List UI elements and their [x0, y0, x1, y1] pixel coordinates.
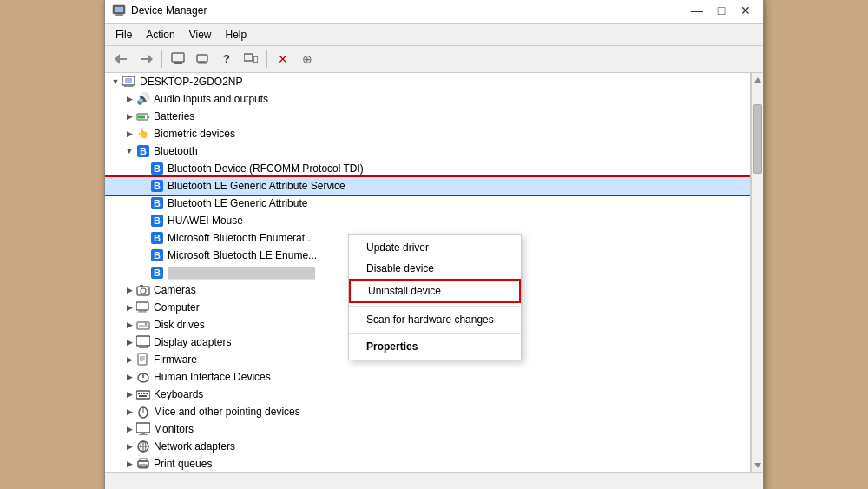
svg-text:B: B [140, 146, 147, 156]
tree-item-bt-le-service[interactable]: ▶ B Bluetooth LE Generic Attribute Servi… [105, 177, 750, 195]
ctx-scan-hardware[interactable]: Scan for hardware changes [349, 309, 521, 330]
tree-item-print[interactable]: ▶ Print queues [105, 455, 750, 472]
display-icon [136, 335, 150, 349]
svg-point-47 [145, 322, 147, 324]
bt-le-service-label: Bluetooth LE Generic Attribute Service [168, 180, 345, 192]
tree-item-bt-rfcomm[interactable]: ▶ B Bluetooth Device (RFCOMM Protocol TD… [105, 160, 750, 177]
print-arrow: ▶ [122, 459, 136, 468]
biometric-arrow: ▶ [122, 129, 136, 138]
tree-item-batteries[interactable]: ▶ Batteries [105, 108, 750, 125]
svg-rect-67 [139, 434, 148, 435]
svg-rect-5 [118, 58, 127, 60]
svg-text:B: B [154, 198, 161, 208]
ctx-properties[interactable]: Properties [349, 336, 521, 357]
menu-action[interactable]: Action [139, 26, 181, 43]
maximize-button[interactable]: □ [711, 2, 732, 19]
menu-help[interactable]: Help [219, 26, 254, 43]
svg-rect-44 [138, 311, 147, 312]
tree-item-keyboards[interactable]: ▶ Keyboards [105, 386, 750, 403]
computer-icon [122, 75, 136, 89]
minimize-button[interactable]: — [687, 2, 707, 19]
svg-text:B: B [154, 268, 161, 278]
devices-button[interactable] [191, 49, 214, 69]
svg-rect-12 [200, 62, 205, 63]
monitors-arrow: ▶ [122, 425, 136, 433]
menu-file[interactable]: File [108, 26, 139, 43]
svg-rect-11 [197, 55, 207, 62]
refresh-button[interactable]: ⊕ [296, 49, 319, 69]
cameras-arrow: ▶ [122, 286, 136, 294]
svg-rect-66 [141, 433, 145, 434]
toolbar-sep-1 [161, 50, 162, 68]
tree-item-bt-le[interactable]: ▶ B Bluetooth LE Generic Attribute [105, 195, 750, 212]
content-area: ▼ DESKTOP-2GDO2NP ▶ 🔊 Audio inputs and o… [105, 73, 763, 472]
svg-rect-10 [174, 63, 182, 64]
svg-rect-58 [138, 393, 140, 394]
svg-text:B: B [154, 233, 161, 243]
svg-rect-21 [148, 116, 149, 118]
mice-arrow: ▶ [122, 407, 136, 416]
svg-rect-13 [198, 63, 207, 63]
toolbar-sep-2 [266, 50, 267, 68]
svg-rect-19 [124, 86, 133, 87]
delete-button[interactable]: ✕ [272, 49, 294, 69]
svg-rect-41 [140, 285, 143, 287]
network-icon [136, 439, 150, 453]
close-button[interactable]: ✕ [735, 2, 756, 19]
show-hide-button[interactable] [167, 49, 189, 69]
mice-icon [136, 405, 150, 419]
bluetooth-arrow: ▼ [122, 147, 136, 155]
tree-item-bluetooth[interactable]: ▼ B Bluetooth [105, 142, 750, 160]
bt-rfcomm-icon: B [150, 162, 164, 175]
bt-le-label: Bluetooth LE Generic Attribute [168, 197, 307, 209]
hid-label: Human Interface Devices [154, 371, 271, 383]
forward-button[interactable] [135, 49, 157, 69]
tree-item-monitors[interactable]: ▶ Monitors [105, 420, 750, 438]
svg-marker-87 [754, 77, 761, 83]
svg-rect-17 [125, 78, 132, 83]
network-arrow: ▶ [122, 442, 136, 451]
scroll-down[interactable] [752, 459, 763, 472]
scrollbar[interactable] [751, 73, 763, 472]
tree-item-network[interactable]: ▶ Network adapters [105, 438, 750, 455]
monitors-label: Monitors [154, 423, 194, 435]
svg-rect-42 [136, 302, 148, 310]
firmware-label: Firmware [154, 354, 197, 366]
scroll-up[interactable] [752, 73, 763, 87]
tree-item-mice[interactable]: ▶ Mice and other pointing devices [105, 403, 750, 420]
display-arrow: ▶ [122, 338, 136, 347]
cameras-label: Cameras [154, 284, 196, 296]
tree-root[interactable]: ▼ DESKTOP-2GDO2NP [105, 73, 750, 90]
back-button[interactable] [110, 49, 133, 69]
tree-item-hid[interactable]: ▶ Human Interface Devices [105, 368, 750, 386]
tree-item-audio[interactable]: ▶ 🔊 Audio inputs and outputs [105, 90, 750, 108]
ctx-disable-device[interactable]: Disable device [349, 258, 521, 279]
window-title: Device Manager [131, 4, 207, 17]
firmware-icon [136, 353, 150, 367]
tree-panel[interactable]: ▼ DESKTOP-2GDO2NP ▶ 🔊 Audio inputs and o… [105, 73, 751, 472]
disk-arrow: ▶ [122, 320, 136, 329]
computer-button[interactable] [240, 49, 262, 69]
svg-rect-1 [115, 7, 123, 12]
cameras-icon [136, 283, 150, 297]
bluetooth-icon: B [136, 144, 150, 158]
svg-rect-48 [136, 336, 150, 346]
tree-item-huawei-mouse[interactable]: ▶ B HUAWEI Mouse [105, 212, 750, 229]
svg-rect-7 [141, 58, 149, 60]
ctx-separator [349, 306, 521, 307]
svg-rect-73 [140, 459, 147, 461]
title-bar-left: Device Manager [112, 3, 207, 17]
ms-bt-enum-label: Microsoft Bluetooth Enumerat... [168, 232, 313, 244]
bt-hidden-label: ████████████████████ [168, 267, 315, 279]
scrollbar-thumb[interactable] [753, 104, 762, 174]
disk-icon [136, 318, 150, 332]
help-button[interactable]: ? [215, 49, 238, 69]
ctx-uninstall-device[interactable]: Uninstall device [349, 279, 521, 303]
tree-item-biometric[interactable]: ▶ 👆 Biometric devices [105, 125, 750, 142]
keyboards-arrow: ▶ [122, 390, 136, 399]
toolbar: ? ✕ ⊕ [105, 46, 763, 73]
menu-view[interactable]: View [182, 26, 219, 43]
computer-label: Computer [154, 301, 200, 314]
huawei-mouse-label: HUAWEI Mouse [168, 215, 243, 227]
ctx-update-driver[interactable]: Update driver [349, 237, 521, 258]
